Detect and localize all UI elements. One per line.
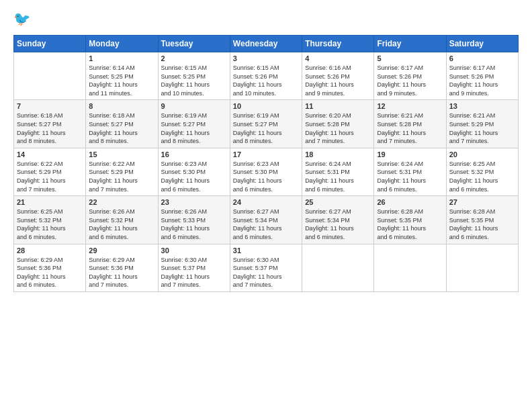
calendar-cell <box>374 244 446 291</box>
calendar-cell: 27Sunrise: 6:28 AMSunset: 5:35 PMDayligh… <box>446 196 518 244</box>
day-info: Sunrise: 6:15 AMSunset: 5:26 PMDaylight:… <box>233 64 299 97</box>
day-number: 1 <box>89 54 154 62</box>
day-info: Sunrise: 6:27 AMSunset: 5:34 PMDaylight:… <box>305 208 371 241</box>
calendar-cell: 28Sunrise: 6:29 AMSunset: 5:36 PMDayligh… <box>14 244 86 291</box>
day-number: 6 <box>449 54 515 62</box>
day-info: Sunrise: 6:22 AMSunset: 5:29 PMDaylight:… <box>17 160 83 193</box>
day-number: 5 <box>377 54 443 62</box>
weekday-header-row: SundayMondayTuesdayWednesdayThursdayFrid… <box>14 36 519 52</box>
day-info: Sunrise: 6:28 AMSunset: 5:35 PMDaylight:… <box>449 208 515 241</box>
calendar-cell: 8Sunrise: 6:18 AMSunset: 5:27 PMDaylight… <box>86 100 158 148</box>
calendar-cell: 10Sunrise: 6:19 AMSunset: 5:27 PMDayligh… <box>230 100 302 148</box>
week-row-4: 21Sunrise: 6:25 AMSunset: 5:32 PMDayligh… <box>14 196 519 244</box>
day-number: 30 <box>161 246 227 255</box>
weekday-header-friday: Friday <box>374 36 446 52</box>
day-info: Sunrise: 6:25 AMSunset: 5:32 PMDaylight:… <box>17 208 83 241</box>
calendar-cell: 12Sunrise: 6:21 AMSunset: 5:28 PMDayligh… <box>374 100 446 148</box>
calendar-cell: 9Sunrise: 6:19 AMSunset: 5:27 PMDaylight… <box>158 100 230 148</box>
calendar-cell: 13Sunrise: 6:21 AMSunset: 5:29 PMDayligh… <box>446 100 518 148</box>
week-row-3: 14Sunrise: 6:22 AMSunset: 5:29 PMDayligh… <box>14 148 519 195</box>
week-row-5: 28Sunrise: 6:29 AMSunset: 5:36 PMDayligh… <box>14 244 519 291</box>
day-number: 8 <box>89 102 154 110</box>
day-info: Sunrise: 6:26 AMSunset: 5:32 PMDaylight:… <box>89 208 154 241</box>
day-info: Sunrise: 6:27 AMSunset: 5:34 PMDaylight:… <box>233 208 299 241</box>
day-info: Sunrise: 6:18 AMSunset: 5:27 PMDaylight:… <box>17 111 83 145</box>
calendar-cell: 24Sunrise: 6:27 AMSunset: 5:34 PMDayligh… <box>230 196 302 244</box>
day-info: Sunrise: 6:28 AMSunset: 5:35 PMDaylight:… <box>377 208 443 241</box>
day-info: Sunrise: 6:30 AMSunset: 5:37 PMDaylight:… <box>161 256 227 289</box>
header: 🐦 <box>13 11 519 30</box>
day-number: 28 <box>17 246 83 255</box>
day-number: 12 <box>377 102 443 110</box>
day-number: 3 <box>233 54 299 62</box>
logo-icon: 🐦 <box>13 11 32 30</box>
day-info: Sunrise: 6:21 AMSunset: 5:29 PMDaylight:… <box>449 111 515 145</box>
calendar-cell: 15Sunrise: 6:22 AMSunset: 5:29 PMDayligh… <box>86 148 158 195</box>
day-info: Sunrise: 6:25 AMSunset: 5:32 PMDaylight:… <box>449 160 515 193</box>
svg-text:🐦: 🐦 <box>13 11 31 28</box>
calendar-cell: 30Sunrise: 6:30 AMSunset: 5:37 PMDayligh… <box>158 244 230 291</box>
day-info: Sunrise: 6:17 AMSunset: 5:26 PMDaylight:… <box>449 64 515 97</box>
calendar-cell: 25Sunrise: 6:27 AMSunset: 5:34 PMDayligh… <box>302 196 374 244</box>
day-number: 31 <box>233 246 299 255</box>
day-number: 18 <box>305 150 371 158</box>
calendar-cell: 5Sunrise: 6:17 AMSunset: 5:26 PMDaylight… <box>374 52 446 100</box>
calendar-cell: 17Sunrise: 6:23 AMSunset: 5:30 PMDayligh… <box>230 148 302 195</box>
calendar-cell: 21Sunrise: 6:25 AMSunset: 5:32 PMDayligh… <box>14 196 86 244</box>
day-info: Sunrise: 6:29 AMSunset: 5:36 PMDaylight:… <box>17 256 83 289</box>
calendar-cell: 22Sunrise: 6:26 AMSunset: 5:32 PMDayligh… <box>86 196 158 244</box>
day-info: Sunrise: 6:16 AMSunset: 5:26 PMDaylight:… <box>305 64 371 97</box>
day-number: 14 <box>17 150 83 158</box>
day-number: 20 <box>449 150 515 158</box>
calendar-table: SundayMondayTuesdayWednesdayThursdayFrid… <box>13 35 519 292</box>
day-number: 21 <box>17 198 83 206</box>
day-info: Sunrise: 6:24 AMSunset: 5:31 PMDaylight:… <box>305 160 371 193</box>
day-number: 2 <box>161 54 227 62</box>
day-info: Sunrise: 6:18 AMSunset: 5:27 PMDaylight:… <box>89 111 154 145</box>
calendar-cell <box>14 52 86 100</box>
day-number: 17 <box>233 150 299 158</box>
day-number: 26 <box>377 198 443 206</box>
day-info: Sunrise: 6:14 AMSunset: 5:25 PMDaylight:… <box>89 64 154 97</box>
day-info: Sunrise: 6:20 AMSunset: 5:28 PMDaylight:… <box>305 111 371 145</box>
day-info: Sunrise: 6:19 AMSunset: 5:27 PMDaylight:… <box>233 111 299 145</box>
calendar-cell: 7Sunrise: 6:18 AMSunset: 5:27 PMDaylight… <box>14 100 86 148</box>
week-row-1: 1Sunrise: 6:14 AMSunset: 5:25 PMDaylight… <box>14 52 519 100</box>
day-info: Sunrise: 6:21 AMSunset: 5:28 PMDaylight:… <box>377 111 443 145</box>
calendar-cell: 31Sunrise: 6:30 AMSunset: 5:37 PMDayligh… <box>230 244 302 291</box>
calendar-cell: 14Sunrise: 6:22 AMSunset: 5:29 PMDayligh… <box>14 148 86 195</box>
day-number: 22 <box>89 198 154 206</box>
day-number: 25 <box>305 198 371 206</box>
calendar-cell: 18Sunrise: 6:24 AMSunset: 5:31 PMDayligh… <box>302 148 374 195</box>
day-info: Sunrise: 6:26 AMSunset: 5:33 PMDaylight:… <box>161 208 227 241</box>
calendar-cell <box>446 244 518 291</box>
day-info: Sunrise: 6:30 AMSunset: 5:37 PMDaylight:… <box>233 256 299 289</box>
day-number: 4 <box>305 54 371 62</box>
weekday-header-monday: Monday <box>86 36 158 52</box>
calendar-cell <box>302 244 374 291</box>
calendar-cell: 2Sunrise: 6:15 AMSunset: 5:25 PMDaylight… <box>158 52 230 100</box>
calendar-cell: 23Sunrise: 6:26 AMSunset: 5:33 PMDayligh… <box>158 196 230 244</box>
day-number: 13 <box>449 102 515 110</box>
day-number: 9 <box>161 102 227 110</box>
day-number: 15 <box>89 150 154 158</box>
calendar-cell: 11Sunrise: 6:20 AMSunset: 5:28 PMDayligh… <box>302 100 374 148</box>
day-number: 16 <box>161 150 227 158</box>
day-number: 24 <box>233 198 299 206</box>
weekday-header-sunday: Sunday <box>14 36 86 52</box>
calendar-cell: 19Sunrise: 6:24 AMSunset: 5:31 PMDayligh… <box>374 148 446 195</box>
calendar-cell: 26Sunrise: 6:28 AMSunset: 5:35 PMDayligh… <box>374 196 446 244</box>
calendar-cell: 3Sunrise: 6:15 AMSunset: 5:26 PMDaylight… <box>230 52 302 100</box>
weekday-header-thursday: Thursday <box>302 36 374 52</box>
weekday-header-wednesday: Wednesday <box>230 36 302 52</box>
day-info: Sunrise: 6:22 AMSunset: 5:29 PMDaylight:… <box>89 160 154 193</box>
logo: 🐦 <box>13 11 35 30</box>
calendar-cell: 4Sunrise: 6:16 AMSunset: 5:26 PMDaylight… <box>302 52 374 100</box>
calendar-cell: 1Sunrise: 6:14 AMSunset: 5:25 PMDaylight… <box>86 52 158 100</box>
day-number: 11 <box>305 102 371 110</box>
weekday-header-saturday: Saturday <box>446 36 518 52</box>
calendar-cell: 20Sunrise: 6:25 AMSunset: 5:32 PMDayligh… <box>446 148 518 195</box>
day-number: 10 <box>233 102 299 110</box>
weekday-header-tuesday: Tuesday <box>158 36 230 52</box>
day-number: 19 <box>377 150 443 158</box>
